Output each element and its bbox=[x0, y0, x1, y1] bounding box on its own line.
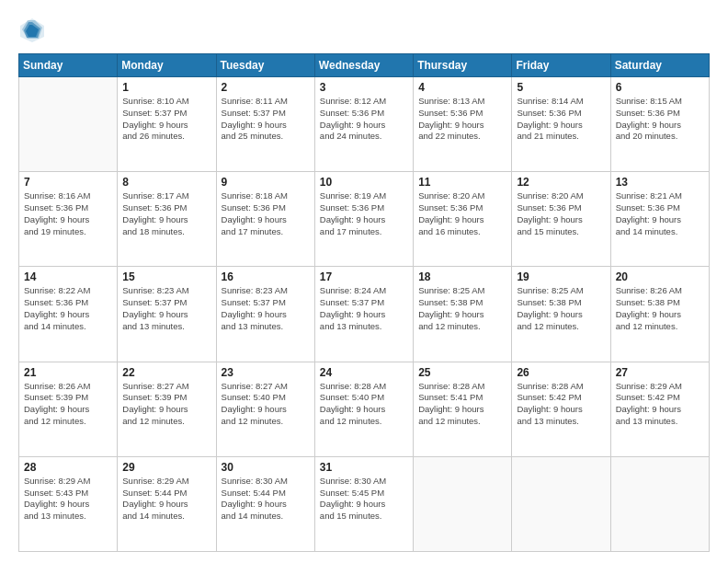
day-number: 19 bbox=[517, 270, 605, 283]
calendar-weekday-thursday: Thursday bbox=[414, 54, 512, 77]
calendar-day-cell: 11Sunrise: 8:20 AMSunset: 5:36 PMDayligh… bbox=[414, 172, 512, 267]
day-number: 7 bbox=[24, 176, 112, 189]
day-number: 23 bbox=[222, 366, 310, 379]
day-info: Sunrise: 8:28 AMSunset: 5:40 PMDaylight:… bbox=[320, 381, 408, 428]
day-number: 14 bbox=[24, 270, 112, 283]
page: SundayMondayTuesdayWednesdayThursdayFrid… bbox=[0, 0, 728, 563]
day-info: Sunrise: 8:17 AMSunset: 5:36 PMDaylight:… bbox=[122, 190, 210, 237]
day-info: Sunrise: 8:16 AMSunset: 5:36 PMDaylight:… bbox=[24, 190, 112, 237]
day-info: Sunrise: 8:20 AMSunset: 5:36 PMDaylight:… bbox=[517, 190, 605, 237]
day-info: Sunrise: 8:22 AMSunset: 5:36 PMDaylight:… bbox=[24, 285, 112, 332]
day-info: Sunrise: 8:23 AMSunset: 5:37 PMDaylight:… bbox=[122, 285, 210, 332]
calendar-day-cell: 6Sunrise: 8:15 AMSunset: 5:36 PMDaylight… bbox=[610, 77, 709, 172]
logo-icon bbox=[18, 17, 46, 44]
calendar-day-cell: 24Sunrise: 8:28 AMSunset: 5:40 PMDayligh… bbox=[314, 362, 413, 456]
day-number: 29 bbox=[122, 461, 210, 474]
day-info: Sunrise: 8:28 AMSunset: 5:41 PMDaylight:… bbox=[418, 381, 506, 428]
calendar-day-cell: 15Sunrise: 8:23 AMSunset: 5:37 PMDayligh… bbox=[118, 267, 216, 362]
day-info: Sunrise: 8:25 AMSunset: 5:38 PMDaylight:… bbox=[418, 285, 506, 332]
calendar-day-cell: 28Sunrise: 8:29 AMSunset: 5:43 PMDayligh… bbox=[19, 456, 118, 551]
calendar-header-row: SundayMondayTuesdayWednesdayThursdayFrid… bbox=[19, 54, 710, 77]
calendar-day-cell: 30Sunrise: 8:30 AMSunset: 5:44 PMDayligh… bbox=[216, 456, 314, 551]
calendar-weekday-saturday: Saturday bbox=[610, 54, 709, 77]
day-info: Sunrise: 8:25 AMSunset: 5:38 PMDaylight:… bbox=[517, 285, 605, 332]
day-number: 30 bbox=[222, 461, 310, 474]
calendar-day-cell: 21Sunrise: 8:26 AMSunset: 5:39 PMDayligh… bbox=[19, 362, 118, 456]
day-number: 22 bbox=[122, 366, 210, 379]
calendar-day-cell: 25Sunrise: 8:28 AMSunset: 5:41 PMDayligh… bbox=[414, 362, 512, 456]
day-info: Sunrise: 8:30 AMSunset: 5:44 PMDaylight:… bbox=[222, 476, 310, 523]
day-info: Sunrise: 8:20 AMSunset: 5:36 PMDaylight:… bbox=[418, 190, 506, 237]
calendar-day-cell bbox=[414, 456, 512, 551]
calendar-day-cell: 29Sunrise: 8:29 AMSunset: 5:44 PMDayligh… bbox=[118, 456, 216, 551]
day-number: 15 bbox=[122, 270, 210, 283]
calendar-day-cell bbox=[512, 456, 610, 551]
calendar-day-cell: 9Sunrise: 8:18 AMSunset: 5:36 PMDaylight… bbox=[216, 172, 314, 267]
day-number: 4 bbox=[418, 81, 506, 94]
calendar-week-row: 14Sunrise: 8:22 AMSunset: 5:36 PMDayligh… bbox=[19, 267, 710, 362]
day-number: 16 bbox=[222, 270, 310, 283]
day-number: 12 bbox=[517, 176, 605, 189]
calendar-weekday-friday: Friday bbox=[512, 54, 610, 77]
calendar-day-cell: 12Sunrise: 8:20 AMSunset: 5:36 PMDayligh… bbox=[512, 172, 610, 267]
day-info: Sunrise: 8:10 AMSunset: 5:37 PMDaylight:… bbox=[122, 96, 210, 143]
calendar-day-cell: 23Sunrise: 8:27 AMSunset: 5:40 PMDayligh… bbox=[216, 362, 314, 456]
calendar-day-cell: 13Sunrise: 8:21 AMSunset: 5:36 PMDayligh… bbox=[610, 172, 709, 267]
calendar-day-cell: 22Sunrise: 8:27 AMSunset: 5:39 PMDayligh… bbox=[118, 362, 216, 456]
day-info: Sunrise: 8:13 AMSunset: 5:36 PMDaylight:… bbox=[418, 96, 506, 143]
calendar-weekday-sunday: Sunday bbox=[19, 54, 118, 77]
day-number: 24 bbox=[320, 366, 408, 379]
day-number: 13 bbox=[616, 176, 704, 189]
calendar-day-cell: 2Sunrise: 8:11 AMSunset: 5:37 PMDaylight… bbox=[216, 77, 314, 172]
calendar-day-cell: 18Sunrise: 8:25 AMSunset: 5:38 PMDayligh… bbox=[414, 267, 512, 362]
day-number: 1 bbox=[122, 81, 210, 94]
day-number: 6 bbox=[616, 81, 704, 94]
calendar-week-row: 28Sunrise: 8:29 AMSunset: 5:43 PMDayligh… bbox=[19, 456, 710, 551]
day-number: 31 bbox=[320, 461, 408, 474]
calendar-day-cell: 26Sunrise: 8:28 AMSunset: 5:42 PMDayligh… bbox=[512, 362, 610, 456]
calendar-day-cell: 14Sunrise: 8:22 AMSunset: 5:36 PMDayligh… bbox=[19, 267, 118, 362]
day-info: Sunrise: 8:26 AMSunset: 5:38 PMDaylight:… bbox=[616, 285, 704, 332]
calendar-day-cell: 17Sunrise: 8:24 AMSunset: 5:37 PMDayligh… bbox=[314, 267, 413, 362]
calendar-table: SundayMondayTuesdayWednesdayThursdayFrid… bbox=[18, 53, 710, 552]
calendar-day-cell: 19Sunrise: 8:25 AMSunset: 5:38 PMDayligh… bbox=[512, 267, 610, 362]
calendar-day-cell: 27Sunrise: 8:29 AMSunset: 5:42 PMDayligh… bbox=[610, 362, 709, 456]
day-number: 2 bbox=[222, 81, 310, 94]
day-number: 9 bbox=[222, 176, 310, 189]
day-info: Sunrise: 8:24 AMSunset: 5:37 PMDaylight:… bbox=[320, 285, 408, 332]
day-info: Sunrise: 8:28 AMSunset: 5:42 PMDaylight:… bbox=[517, 381, 605, 428]
day-info: Sunrise: 8:11 AMSunset: 5:37 PMDaylight:… bbox=[222, 96, 310, 143]
calendar-weekday-tuesday: Tuesday bbox=[216, 54, 314, 77]
calendar-weekday-monday: Monday bbox=[118, 54, 216, 77]
calendar-week-row: 1Sunrise: 8:10 AMSunset: 5:37 PMDaylight… bbox=[19, 77, 710, 172]
calendar-day-cell: 16Sunrise: 8:23 AMSunset: 5:37 PMDayligh… bbox=[216, 267, 314, 362]
day-info: Sunrise: 8:30 AMSunset: 5:45 PMDaylight:… bbox=[320, 476, 408, 523]
day-number: 27 bbox=[616, 366, 704, 379]
calendar-day-cell bbox=[610, 456, 709, 551]
day-info: Sunrise: 8:27 AMSunset: 5:40 PMDaylight:… bbox=[222, 381, 310, 428]
day-info: Sunrise: 8:26 AMSunset: 5:39 PMDaylight:… bbox=[24, 381, 112, 428]
header bbox=[18, 17, 710, 44]
day-number: 25 bbox=[418, 366, 506, 379]
logo bbox=[18, 17, 50, 44]
day-info: Sunrise: 8:21 AMSunset: 5:36 PMDaylight:… bbox=[616, 190, 704, 237]
day-number: 20 bbox=[616, 270, 704, 283]
calendar-day-cell bbox=[19, 77, 118, 172]
day-number: 3 bbox=[320, 81, 408, 94]
calendar-day-cell: 3Sunrise: 8:12 AMSunset: 5:36 PMDaylight… bbox=[314, 77, 413, 172]
day-info: Sunrise: 8:27 AMSunset: 5:39 PMDaylight:… bbox=[122, 381, 210, 428]
day-info: Sunrise: 8:14 AMSunset: 5:36 PMDaylight:… bbox=[517, 96, 605, 143]
calendar-day-cell: 20Sunrise: 8:26 AMSunset: 5:38 PMDayligh… bbox=[610, 267, 709, 362]
calendar-week-row: 21Sunrise: 8:26 AMSunset: 5:39 PMDayligh… bbox=[19, 362, 710, 456]
day-info: Sunrise: 8:29 AMSunset: 5:43 PMDaylight:… bbox=[24, 476, 112, 523]
day-info: Sunrise: 8:18 AMSunset: 5:36 PMDaylight:… bbox=[222, 190, 310, 237]
day-info: Sunrise: 8:29 AMSunset: 5:44 PMDaylight:… bbox=[122, 476, 210, 523]
day-number: 5 bbox=[517, 81, 605, 94]
day-number: 8 bbox=[122, 176, 210, 189]
day-info: Sunrise: 8:15 AMSunset: 5:36 PMDaylight:… bbox=[616, 96, 704, 143]
calendar-weekday-wednesday: Wednesday bbox=[314, 54, 413, 77]
calendar-day-cell: 10Sunrise: 8:19 AMSunset: 5:36 PMDayligh… bbox=[314, 172, 413, 267]
day-number: 10 bbox=[320, 176, 408, 189]
calendar-day-cell: 7Sunrise: 8:16 AMSunset: 5:36 PMDaylight… bbox=[19, 172, 118, 267]
calendar-day-cell: 31Sunrise: 8:30 AMSunset: 5:45 PMDayligh… bbox=[314, 456, 413, 551]
